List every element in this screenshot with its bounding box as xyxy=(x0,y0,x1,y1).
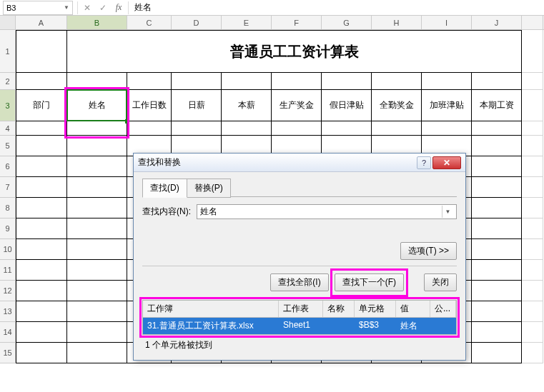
col-header-D[interactable]: D xyxy=(172,16,222,29)
col-header-A[interactable]: A xyxy=(16,16,67,29)
cell[interactable] xyxy=(372,73,422,90)
cell[interactable] xyxy=(522,322,543,343)
dialog-titlebar[interactable]: 查找和替换 ? ✕ xyxy=(134,154,465,172)
cell[interactable] xyxy=(222,73,272,90)
cell[interactable] xyxy=(472,301,522,322)
col-header-J[interactable]: J xyxy=(472,16,522,29)
row-header-13[interactable]: 13 xyxy=(0,301,16,322)
col-header-F[interactable]: F xyxy=(272,16,322,29)
cell[interactable] xyxy=(272,121,322,136)
row-header-7[interactable]: 7 xyxy=(0,177,16,198)
find-input[interactable]: 姓名 ▼ xyxy=(197,204,457,219)
cell[interactable] xyxy=(67,73,127,90)
cell[interactable] xyxy=(127,121,172,136)
select-all-corner[interactable] xyxy=(0,16,16,29)
cell[interactable] xyxy=(67,301,127,322)
cell[interactable] xyxy=(472,156,522,177)
cell[interactable] xyxy=(67,156,127,177)
row-header-9[interactable]: 9 xyxy=(0,218,16,239)
cell[interactable] xyxy=(16,198,67,218)
col-workbook[interactable]: 工作簿 xyxy=(143,301,279,317)
fx-icon[interactable]: fx xyxy=(111,1,127,14)
cell[interactable] xyxy=(322,121,372,136)
row-header-15[interactable]: 15 xyxy=(0,343,16,363)
cell[interactable] xyxy=(16,30,67,73)
find-all-button[interactable]: 查找全部(I) xyxy=(270,273,328,291)
row-header-5[interactable]: 5 xyxy=(0,136,16,156)
cell[interactable] xyxy=(16,218,67,239)
cell[interactable] xyxy=(16,260,67,281)
col-header-C[interactable]: C xyxy=(127,16,172,29)
formula-content[interactable]: 姓名 xyxy=(130,1,544,14)
cell[interactable] xyxy=(522,156,543,177)
results-table[interactable]: 工作簿 工作表 名称 单元格 值 公... 31.普通员工工资计算表.xlsx … xyxy=(142,300,457,335)
cell[interactable] xyxy=(16,343,67,363)
help-button[interactable]: ? xyxy=(417,156,431,169)
cell[interactable] xyxy=(522,90,543,121)
row-header-8[interactable]: 8 xyxy=(0,198,16,218)
cell[interactable] xyxy=(472,281,522,301)
cell[interactable] xyxy=(67,343,127,363)
options-button[interactable]: 选项(T) >> xyxy=(400,242,457,260)
cell[interactable] xyxy=(16,322,67,343)
cell[interactable] xyxy=(472,260,522,281)
confirm-icon[interactable]: ✓ xyxy=(95,1,111,14)
cell-header[interactable]: 本薪 xyxy=(222,90,272,121)
cell[interactable] xyxy=(522,239,543,260)
col-sheet[interactable]: 工作表 xyxy=(279,301,323,317)
row-header-14[interactable]: 14 xyxy=(0,322,16,343)
close-button[interactable]: 关闭 xyxy=(424,273,457,291)
col-header-B[interactable]: B xyxy=(67,16,127,29)
cell[interactable] xyxy=(67,136,127,156)
cell[interactable] xyxy=(67,121,127,136)
cell[interactable] xyxy=(522,218,543,239)
col-header-I[interactable]: I xyxy=(422,16,472,29)
cell[interactable] xyxy=(522,198,543,218)
cell-header[interactable]: 工作日数 xyxy=(127,90,172,121)
fill-handle[interactable] xyxy=(125,119,129,124)
chevron-down-icon[interactable]: ▼ xyxy=(442,206,453,218)
cell[interactable] xyxy=(16,301,67,322)
cell[interactable] xyxy=(67,218,127,239)
row-header-1[interactable]: 1 xyxy=(0,30,16,73)
col-value[interactable]: 值 xyxy=(396,301,430,317)
cell-header[interactable]: 日薪 xyxy=(172,90,222,121)
cell-header[interactable]: 本期工资 xyxy=(472,90,522,121)
cell[interactable] xyxy=(472,343,522,363)
cell[interactable] xyxy=(16,121,67,136)
col-header-E[interactable]: E xyxy=(222,16,272,29)
cell[interactable] xyxy=(522,301,543,322)
row-header-3[interactable]: 3 xyxy=(0,90,16,121)
cell[interactable] xyxy=(522,136,543,156)
cell[interactable] xyxy=(222,121,272,136)
cell[interactable] xyxy=(67,239,127,260)
cell[interactable] xyxy=(472,322,522,343)
cell[interactable] xyxy=(472,136,522,156)
cell[interactable] xyxy=(67,322,127,343)
cell[interactable] xyxy=(522,343,543,363)
cell[interactable] xyxy=(522,260,543,281)
cell[interactable] xyxy=(67,198,127,218)
cell[interactable] xyxy=(322,73,372,90)
col-cell[interactable]: 单元格 xyxy=(355,301,396,317)
cell[interactable] xyxy=(16,156,67,177)
cell-header[interactable]: 部门 xyxy=(16,90,67,121)
find-next-button[interactable]: 查找下一个(F) xyxy=(335,273,404,291)
cell-header[interactable]: 假日津贴 xyxy=(322,90,372,121)
cell-header[interactable]: 姓名 xyxy=(67,90,127,121)
cell[interactable] xyxy=(522,121,543,136)
row-header-11[interactable]: 11 xyxy=(0,260,16,281)
cell[interactable] xyxy=(522,30,543,73)
cell[interactable] xyxy=(67,260,127,281)
cell[interactable] xyxy=(172,73,222,90)
results-row[interactable]: 31.普通员工工资计算表.xlsx Sheet1 $B$3 姓名 xyxy=(143,318,456,334)
cell[interactable] xyxy=(472,177,522,198)
cell[interactable] xyxy=(422,73,472,90)
cell[interactable] xyxy=(472,198,522,218)
cell[interactable] xyxy=(172,121,222,136)
row-header-12[interactable]: 12 xyxy=(0,281,16,301)
cell[interactable] xyxy=(472,239,522,260)
col-formula[interactable]: 公... xyxy=(430,301,456,317)
row-header-6[interactable]: 6 xyxy=(0,156,16,177)
cell-header[interactable]: 加班津贴 xyxy=(422,90,472,121)
